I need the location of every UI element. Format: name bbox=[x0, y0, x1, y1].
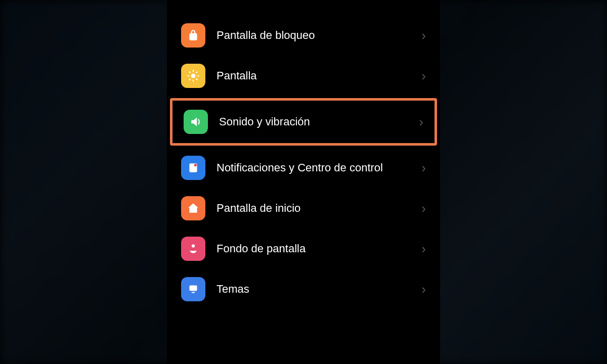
svg-point-2 bbox=[194, 164, 197, 166]
svg-rect-3 bbox=[189, 285, 197, 291]
sun-icon bbox=[181, 64, 205, 88]
flower-icon bbox=[181, 237, 205, 261]
settings-item-sound-vibration[interactable]: Sonido y vibración › bbox=[170, 98, 437, 146]
chevron-right-icon: › bbox=[421, 241, 426, 257]
lock-icon bbox=[181, 23, 205, 48]
settings-item-label: Sonido y vibración bbox=[219, 115, 419, 129]
settings-item-themes[interactable]: Temas › bbox=[167, 269, 440, 309]
themes-icon bbox=[181, 277, 205, 301]
settings-item-notifications[interactable]: Notificaciones y Centro de control › bbox=[167, 148, 440, 188]
settings-item-display[interactable]: Pantalla › bbox=[167, 56, 440, 96]
notification-icon bbox=[181, 156, 205, 180]
settings-item-home-screen[interactable]: Pantalla de inicio › bbox=[167, 188, 440, 229]
settings-item-wallpaper[interactable]: Fondo de pantalla › bbox=[167, 229, 440, 269]
settings-panel: Pantalla de bloqueo › Pantalla › Sonido … bbox=[167, 0, 440, 364]
settings-item-label: Notificaciones y Centro de control bbox=[216, 161, 421, 175]
settings-item-label: Temas bbox=[216, 282, 421, 297]
settings-item-label: Pantalla de inicio bbox=[216, 201, 421, 216]
chevron-right-icon: › bbox=[419, 114, 423, 130]
settings-item-label: Fondo de pantalla bbox=[216, 242, 421, 256]
chevron-right-icon: › bbox=[421, 68, 426, 84]
speaker-icon bbox=[184, 110, 208, 134]
chevron-right-icon: › bbox=[421, 160, 426, 176]
chevron-right-icon: › bbox=[421, 282, 426, 297]
svg-point-0 bbox=[191, 74, 196, 78]
svg-rect-4 bbox=[192, 292, 195, 293]
settings-item-lock-screen[interactable]: Pantalla de bloqueo › bbox=[167, 15, 440, 56]
settings-list: Pantalla de bloqueo › Pantalla › Sonido … bbox=[167, 15, 440, 309]
settings-item-label: Pantalla bbox=[216, 69, 421, 83]
chevron-right-icon: › bbox=[421, 28, 426, 43]
chevron-right-icon: › bbox=[421, 201, 426, 216]
settings-item-label: Pantalla de bloqueo bbox=[216, 28, 421, 43]
home-icon bbox=[181, 196, 205, 220]
